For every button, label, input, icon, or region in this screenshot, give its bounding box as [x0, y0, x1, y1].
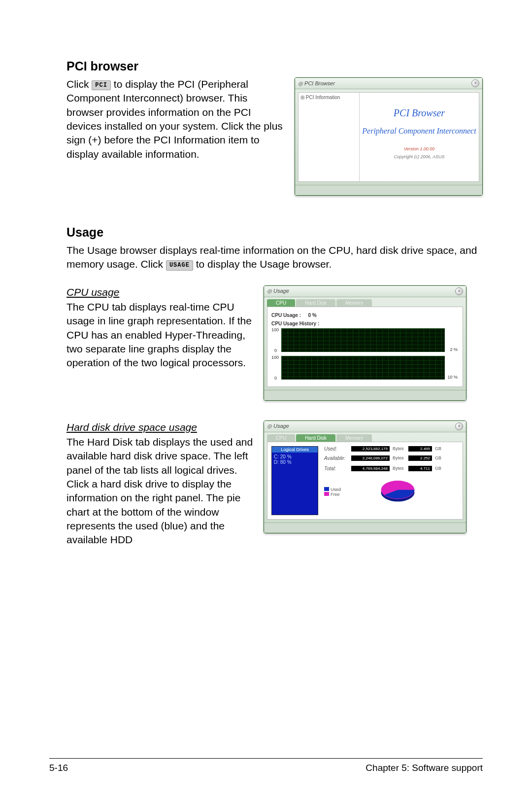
tab-memory[interactable]: Memory — [336, 434, 372, 442]
hdd-legend: Used Free — [324, 486, 337, 496]
footer-rule — [49, 758, 483, 759]
hdd-avail-unit: Bytes — [393, 455, 408, 460]
pci-para-after: to display the PCI (Peripheral Component… — [66, 78, 283, 160]
cpu-scale-0: 0 — [274, 348, 277, 353]
close-icon[interactable]: × — [471, 79, 479, 87]
hdd-gb: GB — [435, 466, 451, 471]
chapter-title: Chapter 5: Software support — [366, 763, 483, 773]
pci-footer-bar — [295, 185, 482, 195]
pci-copyright: Copyright (c) 2006, ASUS — [360, 154, 479, 159]
cpu-footer-bar — [264, 390, 466, 400]
hdd-avail-gb: 2.252 — [408, 455, 432, 461]
tab-harddisk[interactable]: Hard Disk — [296, 434, 335, 442]
usage-heading: Usage — [66, 225, 483, 240]
hdd-total-unit: Bytes — [393, 466, 408, 471]
pci-titlebar: ◎ PCI Browser × — [295, 78, 482, 89]
close-icon[interactable]: × — [455, 422, 463, 430]
pci-version: Version 1.00.00 — [360, 146, 479, 151]
pci-main-sub: Peripheral Component Interconnect — [360, 126, 479, 137]
hdd-legend-free: Free — [331, 492, 335, 496]
pci-window-title: PCI Browser — [304, 80, 335, 86]
hdd-total-label: Total: — [324, 466, 351, 471]
pci-main-panel: PCI Browser Peripheral Component Interco… — [360, 93, 479, 181]
page-number: 5-16 — [49, 763, 68, 773]
cpu-pct-2: 10 % — [447, 375, 458, 380]
pci-paragraph: Click PCI to display the PCI (Peripheral… — [66, 77, 285, 161]
pci-para-before: Click — [66, 78, 92, 90]
pci-badge-icon[interactable]: PCI — [92, 80, 111, 90]
hdd-footer-bar — [264, 523, 466, 533]
hdd-avail-bytes: 2,246,086,072 — [351, 455, 390, 461]
cpu-graph-2 — [281, 356, 445, 380]
hdd-titlebar: ◎ Usage × — [264, 421, 466, 432]
hdd-drive-header: Logical Drives — [272, 447, 318, 453]
tab-memory[interactable]: Memory — [336, 299, 372, 307]
close-icon[interactable]: × — [455, 287, 463, 295]
cpu-scale-100: 100 — [271, 355, 279, 360]
hdd-used-gb: 2.495 — [408, 446, 432, 452]
tab-cpu[interactable]: CPU — [267, 299, 295, 307]
hdd-window-title: Usage — [273, 423, 289, 429]
hdd-legend-used: Used — [331, 487, 335, 491]
hdd-subhead: Hard disk drive space usage — [66, 420, 254, 434]
tab-harddisk[interactable]: Hard Disk — [296, 299, 335, 307]
usage-paragraph: The Usage browser displays real-time inf… — [66, 244, 483, 272]
hdd-pie-chart — [377, 478, 419, 505]
hdd-total-gb: 4.711 — [408, 466, 432, 471]
cpu-text: The CPU tab displays real-time CPU usage… — [66, 300, 254, 370]
hdd-avail-label: Available: — [324, 455, 351, 461]
cpu-usage-label: CPU Usage : — [271, 313, 301, 318]
cpu-scale-0: 0 — [274, 376, 277, 381]
pci-tree[interactable]: PCI Information — [299, 93, 360, 181]
hdd-used-unit: Bytes — [393, 446, 408, 451]
cpu-usage-value: 0 % — [308, 313, 316, 318]
hdd-usage-window: ◎ Usage × CPU Hard Disk Memory Logical D… — [264, 420, 466, 533]
hdd-drive-c[interactable]: C: 20 % — [274, 454, 316, 459]
hdd-used-label: Used: — [324, 446, 351, 452]
hdd-drive-d[interactable]: D: 80 % — [274, 459, 316, 465]
pci-tree-root[interactable]: PCI Information — [300, 95, 357, 100]
usage-para-after: to display the Usage browser. — [196, 258, 332, 270]
pci-main-title: PCI Browser — [360, 107, 479, 119]
cpu-titlebar: ◎ Usage × — [264, 286, 466, 297]
hdd-drive-list[interactable]: Logical Drives C: 20 % D: 80 % — [271, 446, 318, 515]
cpu-subhead: CPU usage — [66, 285, 254, 299]
cpu-window-title: Usage — [273, 288, 289, 294]
cpu-history-label: CPU Usage History : — [271, 321, 459, 326]
hdd-total-bytes: 4,769,984,248 — [351, 466, 390, 471]
usage-badge-icon[interactable]: USAGE — [166, 260, 193, 270]
pci-heading: PCI browser — [66, 59, 483, 73]
tab-cpu[interactable]: CPU — [267, 434, 295, 442]
cpu-graph-1 — [281, 328, 445, 352]
hdd-gb: GB — [435, 446, 451, 451]
hdd-gb: GB — [435, 455, 451, 460]
cpu-scale-100: 100 — [271, 327, 279, 332]
hdd-used-bytes: 2,523,882,175 — [351, 446, 390, 452]
cpu-usage-window: ◎ Usage × CPU Hard Disk Memory CPU Usage… — [264, 285, 466, 401]
pci-browser-window: ◎ PCI Browser × PCI Information PCI Brow… — [295, 77, 483, 196]
cpu-pct-1: 2 % — [450, 347, 458, 352]
hdd-text: The Hard Disk tab displays the used and … — [66, 435, 254, 547]
